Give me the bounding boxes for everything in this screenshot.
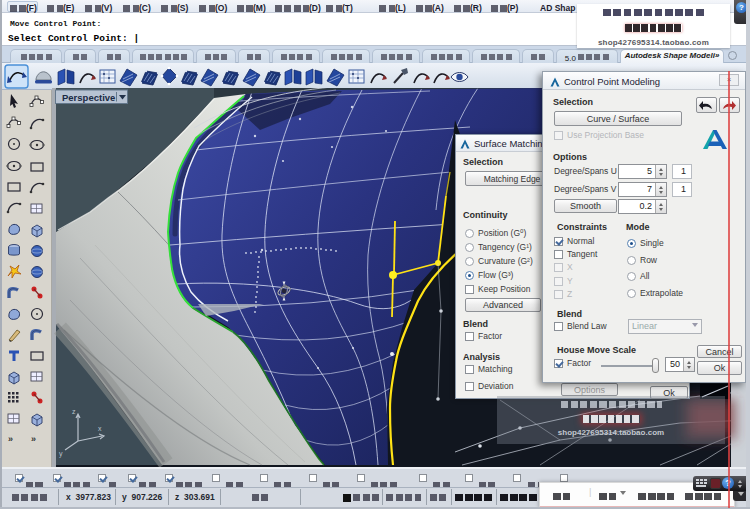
svg-text:Perspective: Perspective	[62, 92, 115, 103]
svg-text:»: »	[8, 434, 13, 444]
svg-text:z: z	[72, 408, 76, 415]
svg-text:y: y	[59, 450, 63, 458]
svg-text:x: x	[98, 425, 102, 432]
svg-text:»: »	[31, 434, 36, 444]
